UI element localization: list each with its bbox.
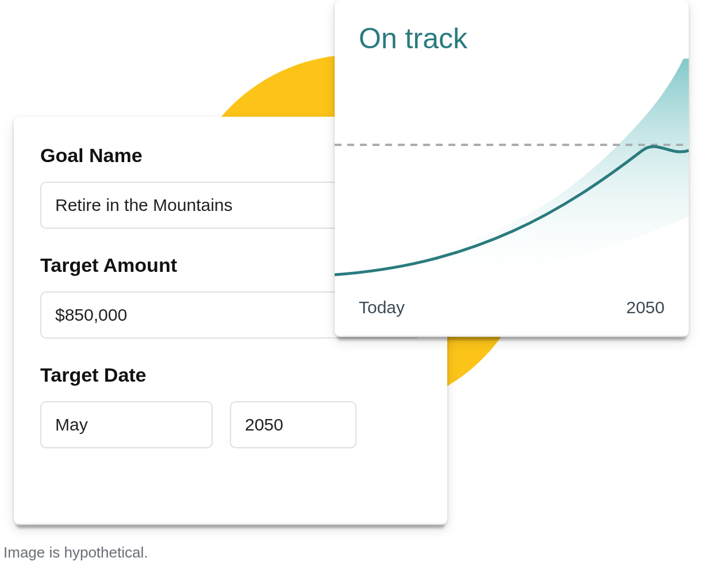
projection-chart-card: On track Today 2050 — [335, 0, 689, 337]
target-date-month-input[interactable] — [40, 401, 213, 448]
target-date-year-input[interactable] — [230, 401, 356, 448]
chart-x-end-label: 2050 — [626, 298, 665, 317]
target-date-row — [40, 401, 421, 448]
chart-plot-area — [335, 59, 689, 292]
chart-status-title: On track — [335, 22, 689, 55]
target-date-label: Target Date — [40, 364, 421, 386]
projection-fan-area — [335, 59, 689, 289]
chart-x-axis: Today 2050 — [335, 292, 689, 317]
chart-x-start-label: Today — [359, 298, 405, 317]
disclaimer-text: Image is hypothetical. — [3, 544, 148, 562]
projection-chart-svg — [335, 59, 689, 292]
